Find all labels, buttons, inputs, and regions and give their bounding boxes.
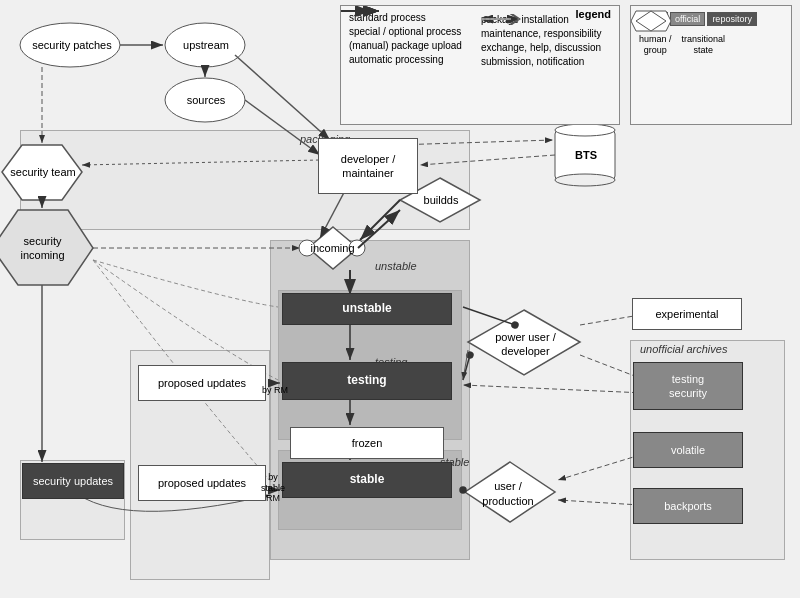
- legend-label-4: automatic processing: [349, 54, 444, 65]
- transitional-shape: transitionalstate: [682, 34, 726, 56]
- experimental-node: experimental: [632, 298, 742, 330]
- proposed-updates-testing-node: proposed updates: [138, 365, 266, 401]
- legend-row-6: maintenance, responsibility: [481, 28, 602, 39]
- buildds-node: buildds: [400, 178, 482, 222]
- volatile-node: volatile: [633, 432, 743, 468]
- repo-labels: semi official repository: [639, 12, 783, 26]
- testing-security-node: testing security: [633, 362, 743, 410]
- by-stable-rm-label: by stable RM: [258, 468, 288, 508]
- svg-line-46: [558, 500, 640, 505]
- repo-repository: repository: [707, 12, 757, 26]
- upstream-node: upstream: [165, 23, 247, 67]
- security-updates-node: security updates: [22, 463, 124, 499]
- legend-shapes-box: semi official repository human /group tr…: [630, 5, 792, 125]
- legend-label-7: exchange, help, discussion: [481, 42, 601, 53]
- transitional-label: transitionalstate: [682, 34, 726, 56]
- by-rm-label: by RM: [260, 375, 290, 405]
- legend-label-5: package installation: [481, 14, 569, 25]
- human-group-label: human /group: [639, 34, 672, 56]
- unofficial-label: unofficial archives: [640, 343, 727, 355]
- user-production-node: user / production: [458, 465, 558, 522]
- legend-label-1: standard process: [349, 12, 426, 23]
- svg-line-47: [558, 455, 640, 480]
- legend-row-7: exchange, help, discussion: [481, 42, 602, 53]
- security-incoming-node: security incoming: [0, 215, 85, 281]
- svg-line-45: [463, 385, 645, 393]
- legend-row-8: submission, notification: [481, 56, 602, 67]
- incoming-node: incoming: [295, 236, 370, 260]
- power-user-developer-node: power user / developer: [468, 315, 583, 373]
- backports-node: backports: [633, 488, 743, 524]
- sources-node: sources: [165, 78, 247, 122]
- legend-label-3: (manual) package upload: [349, 40, 462, 51]
- security-team-node: security team: [4, 145, 82, 200]
- legend-label-2: special / optional process: [349, 26, 461, 37]
- bts-node: BTS: [557, 133, 615, 177]
- testing-node: testing: [282, 362, 452, 400]
- legend-label-8: submission, notification: [481, 56, 584, 67]
- unstable-zone-label: unstable: [375, 260, 417, 272]
- legend-label-6: maintenance, responsibility: [481, 28, 602, 39]
- legend-row-5: package installation: [481, 14, 602, 25]
- repo-semi: semi: [639, 12, 668, 26]
- unstable-node: unstable: [282, 293, 452, 325]
- svg-line-36: [580, 315, 640, 325]
- legend-box: legend standard process special / option…: [340, 5, 620, 125]
- stable-node: stable: [282, 462, 452, 498]
- frozen-node: frozen: [290, 427, 444, 459]
- repo-official: official: [670, 12, 705, 26]
- shapes-row: human /group transitionalstate: [639, 34, 783, 56]
- human-group-shape: human /group: [639, 34, 672, 56]
- proposed-updates-stable-node: proposed updates: [138, 465, 266, 501]
- svg-line-22: [235, 55, 330, 140]
- security-patches-node: security patches: [22, 23, 122, 67]
